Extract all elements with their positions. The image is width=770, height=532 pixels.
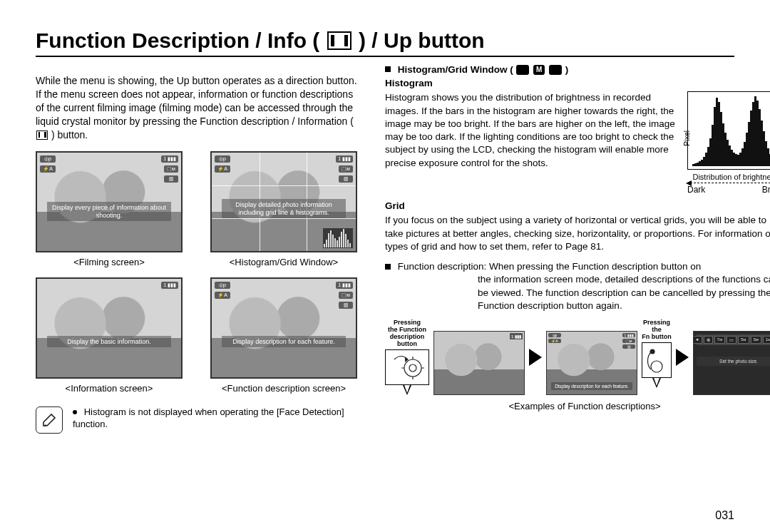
fn-desc-body-row: the information screen mode, detailed de… xyxy=(385,273,770,312)
thumb-label: <Information screen> xyxy=(36,383,183,394)
thumb-histogram-grid: ◎p ⚡A 1 ▮▮▮ ⬚м ▥ Display detailed photo … xyxy=(210,151,357,267)
histogram-chart: Pixel xyxy=(687,91,770,170)
res-badge: ⬚м xyxy=(339,292,353,299)
gridline-h xyxy=(212,185,356,186)
svg-point-1 xyxy=(409,364,416,372)
photo-placeholder xyxy=(37,279,181,377)
callout-label: Pressing the Function description button xyxy=(385,319,429,348)
example-thumb-2: ◎p ⚡A 1 ▮▮▮ ⬚м ▥ Display description for… xyxy=(546,331,637,395)
overlay-caption: Display every piece of information about… xyxy=(47,202,171,222)
histogram-subheading: Histogram xyxy=(385,78,770,88)
note-text: Histogram is not displayed when operatin… xyxy=(73,406,364,431)
thumb-function-description: ◎p ⚡A 1 ▮▮▮ ⬚м ▥ Display description for… xyxy=(210,277,357,394)
note-body: Histogram is not displayed when operatin… xyxy=(73,406,344,429)
controller-icon xyxy=(389,352,426,382)
svg-point-0 xyxy=(404,359,421,377)
count-badge: 1 ▮▮▮ xyxy=(336,155,353,163)
mode-badge: ◎p xyxy=(215,282,230,289)
title-pre: Function Description / Info ( xyxy=(36,29,319,52)
overlay-caption: Display detailed photo information inclu… xyxy=(222,199,346,219)
heading-post: ) xyxy=(565,64,569,75)
mode-icon xyxy=(516,65,529,75)
hud-right: 1 ▮▮▮ ⬚м ▥ xyxy=(161,155,178,183)
examples-row: Pressing the Function description button xyxy=(385,319,770,395)
res-badge: ⬚м xyxy=(164,165,178,173)
grid-subheading: Grid xyxy=(385,200,770,211)
range-dark: Dark xyxy=(687,185,705,195)
indent-spacer xyxy=(385,273,472,312)
count-badge: 1 ▮▮▮ xyxy=(510,333,523,339)
thumb-frame: ◎p ⚡A 1 ▮▮▮ ⬚м ▥ Display every piece of … xyxy=(36,151,183,252)
thumb-information-screen: 1 ▮▮▮ Display the basic information. <In… xyxy=(36,277,183,394)
range-bright: Bright xyxy=(762,185,770,195)
count-badge: 1 ▮▮▮ xyxy=(161,282,178,289)
thumb-filming-screen: ◎p ⚡A 1 ▮▮▮ ⬚м ▥ Display every piece of … xyxy=(36,151,183,267)
flash-badge: ⚡A xyxy=(215,292,230,299)
pencil-icon xyxy=(40,411,58,429)
example-thumb-1: 1 ▮▮▮ xyxy=(433,331,525,395)
hud-left: ◎p ⚡A xyxy=(548,333,561,343)
hud-right: 1 ▮▮▮ ⬚м ▥ xyxy=(336,155,353,183)
histogram-row: Histogram shows you the distribution of … xyxy=(385,91,770,195)
svg-point-3 xyxy=(650,349,654,354)
mini-histogram xyxy=(323,228,353,248)
menu-message: Set the photo size. xyxy=(697,357,770,366)
content-columns: While the menu is showing, the Up button… xyxy=(36,64,734,434)
example-callout-1: Pressing the Function description button xyxy=(385,319,429,395)
res-badge: ⬚м xyxy=(339,165,353,173)
note-row: Histogram is not displayed when operatin… xyxy=(36,406,364,434)
square-bullet-icon xyxy=(385,66,391,72)
count-badge: 1 ▮▮▮ xyxy=(161,155,178,163)
intro-tail: ) button. xyxy=(51,129,88,140)
hist-badge: ▥ xyxy=(339,175,353,183)
callout-label: Pressing the Fn button xyxy=(642,319,672,341)
left-column: While the menu is showing, the Up button… xyxy=(36,64,364,434)
heading-pre: Histogram/Grid Window ( xyxy=(398,64,513,75)
range-labels: Dark Bright xyxy=(687,185,770,195)
info-icon xyxy=(327,31,351,50)
hud-left: ◎p ⚡A xyxy=(215,155,230,173)
grid-text: If you focus on the subject using a vari… xyxy=(385,214,770,253)
overlay-caption: Display description for each feature. xyxy=(551,382,632,390)
intro-paragraph: While the menu is showing, the Up button… xyxy=(36,74,364,141)
histogram-chart-box: Pixel Distribution of brightness Dark Br… xyxy=(687,91,770,195)
callout-tail xyxy=(652,378,661,388)
histogram-ylabel: Pixel xyxy=(683,131,691,146)
fn-desc-lead: Function description: When pressing the … xyxy=(398,261,702,272)
examples-caption: <Examples of Function descriptions> xyxy=(385,401,770,411)
thumb-frame: ◎p ⚡A 1 ▮▮▮ ⬚м ▥ Display detailed photo … xyxy=(210,151,357,252)
manual-page: Function Description / Info ( ) / Up but… xyxy=(0,0,770,532)
example-thumb-menu: ◄♼7м▭5м3м1м► Set the photo size. xyxy=(693,331,770,395)
brightness-range-arrow xyxy=(687,183,770,183)
title-underline xyxy=(36,56,734,57)
callout-illustration xyxy=(642,342,672,378)
thumb-label: <Filming screen> xyxy=(36,257,183,267)
menu-size-options: ◄♼7м▭5м3м1м► xyxy=(697,334,770,345)
arrow-right-icon xyxy=(676,349,689,366)
bullet-icon xyxy=(73,410,77,414)
mode-icon xyxy=(549,65,562,75)
callout-tail xyxy=(403,385,411,395)
fn-desc-section: Function description: When pressing the … xyxy=(385,260,770,273)
arrow-right-icon xyxy=(529,349,542,366)
hud-left: ◎p ⚡A xyxy=(215,282,230,299)
thumb-frame: ◎p ⚡A 1 ▮▮▮ ⬚м ▥ Display description for… xyxy=(210,277,357,379)
page-number: 031 xyxy=(715,509,734,522)
range-line xyxy=(690,183,770,183)
example-callout-2: Pressing the Fn button xyxy=(642,319,672,388)
svg-point-2 xyxy=(651,361,662,372)
histogram-grid-heading: Histogram/Grid Window ( M ) xyxy=(385,64,770,75)
square-bullet-icon xyxy=(385,264,391,270)
right-column: Histogram/Grid Window ( M ) Histogram Hi… xyxy=(385,64,770,434)
hist-badge: ▥ xyxy=(339,302,353,309)
mode-m-icon: M xyxy=(533,65,545,75)
info-icon xyxy=(36,131,48,140)
mode-badge: ◎p xyxy=(215,155,230,163)
page-title: Function Description / Info ( ) / Up but… xyxy=(36,29,734,53)
intro-text: While the menu is showing, the Up button… xyxy=(36,75,357,127)
screen-thumbnails-grid: ◎p ⚡A 1 ▮▮▮ ⬚м ▥ Display every piece of … xyxy=(36,151,364,394)
photo-placeholder xyxy=(434,332,524,394)
note-icon xyxy=(36,406,63,434)
flash-badge: ⚡A xyxy=(40,165,56,173)
hud-right: 1 ▮▮▮ ⬚м ▥ xyxy=(622,333,635,349)
